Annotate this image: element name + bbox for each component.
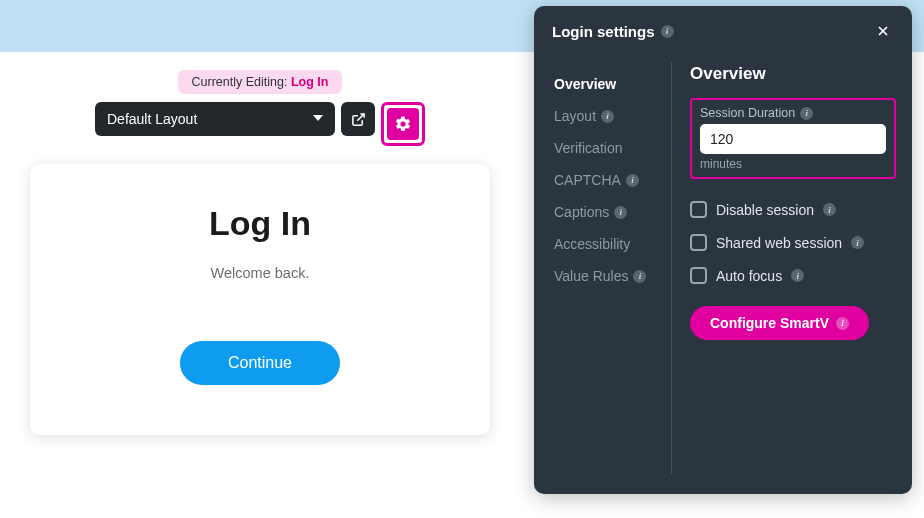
session-duration-label-text: Session Duration	[700, 106, 795, 120]
panel-content: Overview Session Duration i minutes Disa…	[672, 62, 896, 474]
nav-verification-label: Verification	[554, 140, 622, 156]
close-icon	[875, 23, 891, 39]
shared-session-checkbox[interactable]	[690, 234, 707, 251]
nav-accessibility-label: Accessibility	[554, 236, 630, 252]
disable-session-checkbox[interactable]	[690, 201, 707, 218]
login-card: Log In Welcome back. Continue	[30, 164, 490, 435]
nav-value-rules-label: Value Rules	[554, 268, 628, 284]
configure-label: Configure SmartV	[710, 315, 829, 331]
gear-icon	[394, 115, 412, 133]
info-icon[interactable]: i	[614, 206, 627, 219]
info-icon[interactable]: i	[601, 110, 614, 123]
svg-line-0	[357, 113, 364, 120]
info-icon[interactable]: i	[661, 25, 674, 38]
content-heading: Overview	[690, 64, 896, 84]
editing-screen-name: Log In	[291, 75, 329, 89]
editing-prefix: Currently Editing:	[192, 75, 291, 89]
nav-overview[interactable]: Overview	[554, 68, 663, 100]
panel-title-text: Login settings	[552, 23, 655, 40]
panel-nav: Overview Layout i Verification CAPTCHA i…	[554, 62, 672, 474]
settings-button-highlight	[381, 102, 425, 146]
disable-session-label: Disable session	[716, 202, 814, 218]
nav-layout[interactable]: Layout i	[554, 100, 663, 132]
info-icon[interactable]: i	[823, 203, 836, 216]
panel-header: Login settings i	[534, 6, 912, 52]
layout-select-value: Default Layout	[107, 111, 197, 127]
settings-button[interactable]	[387, 108, 419, 140]
info-icon[interactable]: i	[626, 174, 639, 187]
nav-captions-label: Captions	[554, 204, 609, 220]
open-external-button[interactable]	[341, 102, 375, 136]
currently-editing-pill: Currently Editing: Log In	[178, 70, 343, 94]
auto-focus-checkbox[interactable]	[690, 267, 707, 284]
info-icon[interactable]: i	[836, 317, 849, 330]
login-settings-panel: Login settings i Overview Layout i Verif…	[534, 6, 912, 494]
login-subtitle: Welcome back.	[60, 265, 460, 281]
nav-captcha[interactable]: CAPTCHA i	[554, 164, 663, 196]
disable-session-row[interactable]: Disable session i	[690, 193, 896, 226]
panel-body: Overview Layout i Verification CAPTCHA i…	[534, 52, 912, 494]
configure-smartv-button[interactable]: Configure SmartV i	[690, 306, 869, 340]
continue-label: Continue	[228, 354, 292, 371]
nav-layout-label: Layout	[554, 108, 596, 124]
layout-select[interactable]: Default Layout	[95, 102, 335, 136]
session-duration-unit: minutes	[700, 157, 886, 171]
info-icon[interactable]: i	[851, 236, 864, 249]
nav-captions[interactable]: Captions i	[554, 196, 663, 228]
auto-focus-row[interactable]: Auto focus i	[690, 259, 896, 292]
nav-accessibility[interactable]: Accessibility	[554, 228, 663, 260]
session-duration-input[interactable]	[700, 124, 886, 154]
session-duration-label: Session Duration i	[700, 106, 886, 120]
nav-value-rules[interactable]: Value Rules i	[554, 260, 663, 292]
external-link-icon	[351, 112, 366, 127]
info-icon[interactable]: i	[791, 269, 804, 282]
editor-area: Currently Editing: Log In Default Layout…	[20, 70, 500, 435]
shared-session-label: Shared web session	[716, 235, 842, 251]
continue-button[interactable]: Continue	[180, 341, 340, 385]
login-title: Log In	[60, 204, 460, 243]
info-icon[interactable]: i	[800, 107, 813, 120]
layout-toolbar: Default Layout	[95, 102, 425, 146]
nav-verification[interactable]: Verification	[554, 132, 663, 164]
close-button[interactable]	[872, 20, 894, 42]
nav-captcha-label: CAPTCHA	[554, 172, 621, 188]
nav-overview-label: Overview	[554, 76, 616, 92]
info-icon[interactable]: i	[633, 270, 646, 283]
session-duration-block: Session Duration i minutes	[690, 98, 896, 179]
shared-session-row[interactable]: Shared web session i	[690, 226, 896, 259]
auto-focus-label: Auto focus	[716, 268, 782, 284]
panel-title: Login settings i	[552, 23, 674, 40]
